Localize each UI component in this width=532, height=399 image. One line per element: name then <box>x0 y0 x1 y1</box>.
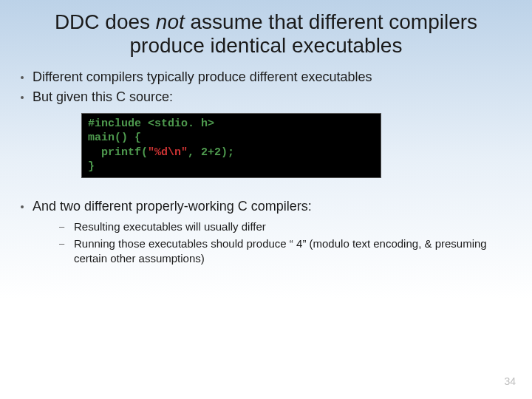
bullet-item: And two different properly-working C com… <box>10 197 522 215</box>
code-line: , 2+2); <box>188 146 234 159</box>
sub-bullet-group: – Resulting executables will usually dif… <box>10 216 522 266</box>
bullet-item: Different compilers typically produce di… <box>10 68 522 86</box>
bullet-text: But given this C source: <box>33 88 173 106</box>
bullet-text: And two different properly-working C com… <box>33 197 312 215</box>
title-em: not <box>156 10 185 33</box>
sub-bullet-item: – Resulting executables will usually dif… <box>59 219 522 234</box>
title-pre: DDC does <box>55 10 156 33</box>
dash-icon: – <box>59 220 66 233</box>
code-block: #include <stdio. h> main() { printf("%d\… <box>81 113 381 178</box>
code-string: "%d\n" <box>148 146 188 159</box>
code-line: printf( <box>88 146 148 159</box>
dash-icon: – <box>59 237 66 250</box>
slide-title: DDC does not assume that different compi… <box>0 0 532 64</box>
code-line: main() { <box>88 132 141 144</box>
bullet-item: But given this C source: <box>10 88 522 106</box>
sub-bullet-text: Running those executables should produce… <box>74 236 522 267</box>
bullet-icon <box>21 76 24 79</box>
sub-bullet-item: – Running those executables should produ… <box>59 236 522 267</box>
sub-bullet-text: Resulting executables will usually diffe… <box>74 219 266 234</box>
slide-body: Different compilers typically produce di… <box>0 64 532 266</box>
bullet-icon <box>21 205 24 208</box>
page-number: 34 <box>504 375 516 387</box>
code-line: } <box>88 160 95 173</box>
bullet-text: Different compilers typically produce di… <box>33 68 372 86</box>
code-line: #include <stdio. h> <box>88 117 214 130</box>
bullet-icon <box>21 96 24 99</box>
